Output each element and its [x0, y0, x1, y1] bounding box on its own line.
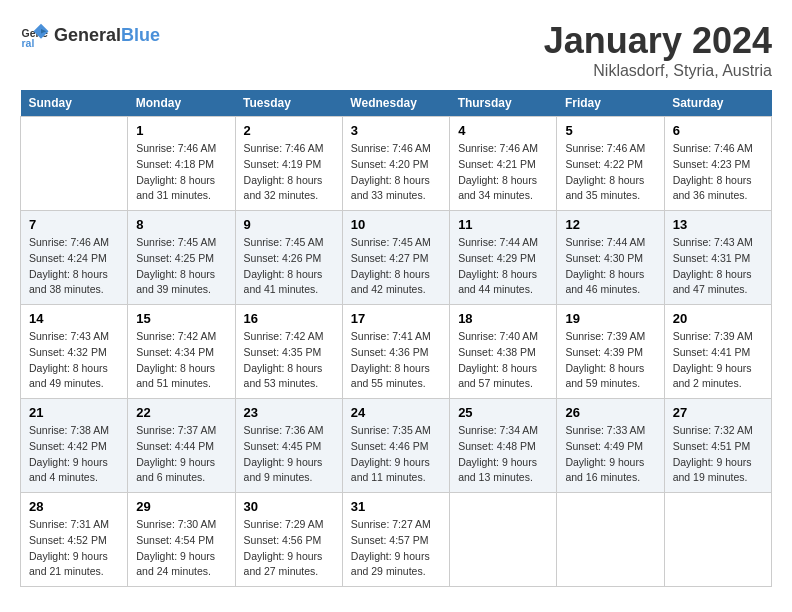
location-title: Niklasdorf, Styria, Austria	[544, 62, 772, 80]
calendar-cell: 16Sunrise: 7:42 AMSunset: 4:35 PMDayligh…	[235, 305, 342, 399]
calendar-cell: 11Sunrise: 7:44 AMSunset: 4:29 PMDayligh…	[450, 211, 557, 305]
month-title: January 2024	[544, 20, 772, 62]
calendar-cell	[450, 493, 557, 587]
calendar-cell: 14Sunrise: 7:43 AMSunset: 4:32 PMDayligh…	[21, 305, 128, 399]
calendar-cell: 17Sunrise: 7:41 AMSunset: 4:36 PMDayligh…	[342, 305, 449, 399]
header-day-wednesday: Wednesday	[342, 90, 449, 117]
calendar-week-row: 7Sunrise: 7:46 AMSunset: 4:24 PMDaylight…	[21, 211, 772, 305]
day-number: 1	[136, 123, 226, 138]
day-number: 14	[29, 311, 119, 326]
day-info: Sunrise: 7:36 AMSunset: 4:45 PMDaylight:…	[244, 423, 334, 486]
day-info: Sunrise: 7:45 AMSunset: 4:25 PMDaylight:…	[136, 235, 226, 298]
day-number: 27	[673, 405, 763, 420]
day-number: 15	[136, 311, 226, 326]
header-day-saturday: Saturday	[664, 90, 771, 117]
calendar-cell: 28Sunrise: 7:31 AMSunset: 4:52 PMDayligh…	[21, 493, 128, 587]
logo-text-blue: Blue	[121, 25, 160, 46]
day-number: 13	[673, 217, 763, 232]
calendar-week-row: 14Sunrise: 7:43 AMSunset: 4:32 PMDayligh…	[21, 305, 772, 399]
day-info: Sunrise: 7:31 AMSunset: 4:52 PMDaylight:…	[29, 517, 119, 580]
calendar-cell: 8Sunrise: 7:45 AMSunset: 4:25 PMDaylight…	[128, 211, 235, 305]
day-number: 21	[29, 405, 119, 420]
header-day-tuesday: Tuesday	[235, 90, 342, 117]
calendar-cell: 29Sunrise: 7:30 AMSunset: 4:54 PMDayligh…	[128, 493, 235, 587]
calendar-cell: 22Sunrise: 7:37 AMSunset: 4:44 PMDayligh…	[128, 399, 235, 493]
day-info: Sunrise: 7:38 AMSunset: 4:42 PMDaylight:…	[29, 423, 119, 486]
calendar-cell: 15Sunrise: 7:42 AMSunset: 4:34 PMDayligh…	[128, 305, 235, 399]
day-info: Sunrise: 7:32 AMSunset: 4:51 PMDaylight:…	[673, 423, 763, 486]
calendar-cell: 25Sunrise: 7:34 AMSunset: 4:48 PMDayligh…	[450, 399, 557, 493]
calendar-table: SundayMondayTuesdayWednesdayThursdayFrid…	[20, 90, 772, 587]
day-info: Sunrise: 7:33 AMSunset: 4:49 PMDaylight:…	[565, 423, 655, 486]
day-number: 10	[351, 217, 441, 232]
day-info: Sunrise: 7:45 AMSunset: 4:27 PMDaylight:…	[351, 235, 441, 298]
calendar-cell: 3Sunrise: 7:46 AMSunset: 4:20 PMDaylight…	[342, 117, 449, 211]
day-number: 25	[458, 405, 548, 420]
day-info: Sunrise: 7:43 AMSunset: 4:32 PMDaylight:…	[29, 329, 119, 392]
logo-text-general: General	[54, 25, 121, 46]
day-number: 2	[244, 123, 334, 138]
calendar-cell	[557, 493, 664, 587]
calendar-cell: 27Sunrise: 7:32 AMSunset: 4:51 PMDayligh…	[664, 399, 771, 493]
day-number: 7	[29, 217, 119, 232]
day-number: 5	[565, 123, 655, 138]
calendar-cell: 5Sunrise: 7:46 AMSunset: 4:22 PMDaylight…	[557, 117, 664, 211]
calendar-cell: 18Sunrise: 7:40 AMSunset: 4:38 PMDayligh…	[450, 305, 557, 399]
calendar-cell: 1Sunrise: 7:46 AMSunset: 4:18 PMDaylight…	[128, 117, 235, 211]
calendar-cell: 9Sunrise: 7:45 AMSunset: 4:26 PMDaylight…	[235, 211, 342, 305]
day-number: 3	[351, 123, 441, 138]
calendar-week-row: 21Sunrise: 7:38 AMSunset: 4:42 PMDayligh…	[21, 399, 772, 493]
calendar-cell: 19Sunrise: 7:39 AMSunset: 4:39 PMDayligh…	[557, 305, 664, 399]
day-info: Sunrise: 7:44 AMSunset: 4:29 PMDaylight:…	[458, 235, 548, 298]
day-number: 22	[136, 405, 226, 420]
day-number: 19	[565, 311, 655, 326]
calendar-week-row: 1Sunrise: 7:46 AMSunset: 4:18 PMDaylight…	[21, 117, 772, 211]
day-number: 8	[136, 217, 226, 232]
day-info: Sunrise: 7:45 AMSunset: 4:26 PMDaylight:…	[244, 235, 334, 298]
calendar-cell: 26Sunrise: 7:33 AMSunset: 4:49 PMDayligh…	[557, 399, 664, 493]
day-info: Sunrise: 7:46 AMSunset: 4:22 PMDaylight:…	[565, 141, 655, 204]
day-info: Sunrise: 7:41 AMSunset: 4:36 PMDaylight:…	[351, 329, 441, 392]
day-info: Sunrise: 7:46 AMSunset: 4:20 PMDaylight:…	[351, 141, 441, 204]
calendar-cell	[664, 493, 771, 587]
calendar-cell: 10Sunrise: 7:45 AMSunset: 4:27 PMDayligh…	[342, 211, 449, 305]
calendar-cell: 6Sunrise: 7:46 AMSunset: 4:23 PMDaylight…	[664, 117, 771, 211]
day-info: Sunrise: 7:42 AMSunset: 4:35 PMDaylight:…	[244, 329, 334, 392]
calendar-cell: 31Sunrise: 7:27 AMSunset: 4:57 PMDayligh…	[342, 493, 449, 587]
day-info: Sunrise: 7:46 AMSunset: 4:23 PMDaylight:…	[673, 141, 763, 204]
day-number: 26	[565, 405, 655, 420]
calendar-cell: 7Sunrise: 7:46 AMSunset: 4:24 PMDaylight…	[21, 211, 128, 305]
day-number: 23	[244, 405, 334, 420]
calendar-cell: 20Sunrise: 7:39 AMSunset: 4:41 PMDayligh…	[664, 305, 771, 399]
day-info: Sunrise: 7:44 AMSunset: 4:30 PMDaylight:…	[565, 235, 655, 298]
calendar-cell: 13Sunrise: 7:43 AMSunset: 4:31 PMDayligh…	[664, 211, 771, 305]
day-number: 24	[351, 405, 441, 420]
day-info: Sunrise: 7:37 AMSunset: 4:44 PMDaylight:…	[136, 423, 226, 486]
title-area: January 2024 Niklasdorf, Styria, Austria	[544, 20, 772, 80]
calendar-cell: 23Sunrise: 7:36 AMSunset: 4:45 PMDayligh…	[235, 399, 342, 493]
day-info: Sunrise: 7:46 AMSunset: 4:19 PMDaylight:…	[244, 141, 334, 204]
calendar-cell: 2Sunrise: 7:46 AMSunset: 4:19 PMDaylight…	[235, 117, 342, 211]
day-info: Sunrise: 7:46 AMSunset: 4:21 PMDaylight:…	[458, 141, 548, 204]
day-number: 30	[244, 499, 334, 514]
calendar-cell: 21Sunrise: 7:38 AMSunset: 4:42 PMDayligh…	[21, 399, 128, 493]
day-number: 11	[458, 217, 548, 232]
svg-text:ral: ral	[22, 37, 35, 49]
day-info: Sunrise: 7:42 AMSunset: 4:34 PMDaylight:…	[136, 329, 226, 392]
day-number: 16	[244, 311, 334, 326]
day-number: 20	[673, 311, 763, 326]
day-info: Sunrise: 7:34 AMSunset: 4:48 PMDaylight:…	[458, 423, 548, 486]
calendar-cell: 24Sunrise: 7:35 AMSunset: 4:46 PMDayligh…	[342, 399, 449, 493]
day-info: Sunrise: 7:29 AMSunset: 4:56 PMDaylight:…	[244, 517, 334, 580]
calendar-cell: 30Sunrise: 7:29 AMSunset: 4:56 PMDayligh…	[235, 493, 342, 587]
day-number: 4	[458, 123, 548, 138]
calendar-header-row: SundayMondayTuesdayWednesdayThursdayFrid…	[21, 90, 772, 117]
day-info: Sunrise: 7:39 AMSunset: 4:41 PMDaylight:…	[673, 329, 763, 392]
day-info: Sunrise: 7:27 AMSunset: 4:57 PMDaylight:…	[351, 517, 441, 580]
calendar-week-row: 28Sunrise: 7:31 AMSunset: 4:52 PMDayligh…	[21, 493, 772, 587]
day-number: 17	[351, 311, 441, 326]
day-number: 31	[351, 499, 441, 514]
header-day-monday: Monday	[128, 90, 235, 117]
day-info: Sunrise: 7:35 AMSunset: 4:46 PMDaylight:…	[351, 423, 441, 486]
header-day-thursday: Thursday	[450, 90, 557, 117]
